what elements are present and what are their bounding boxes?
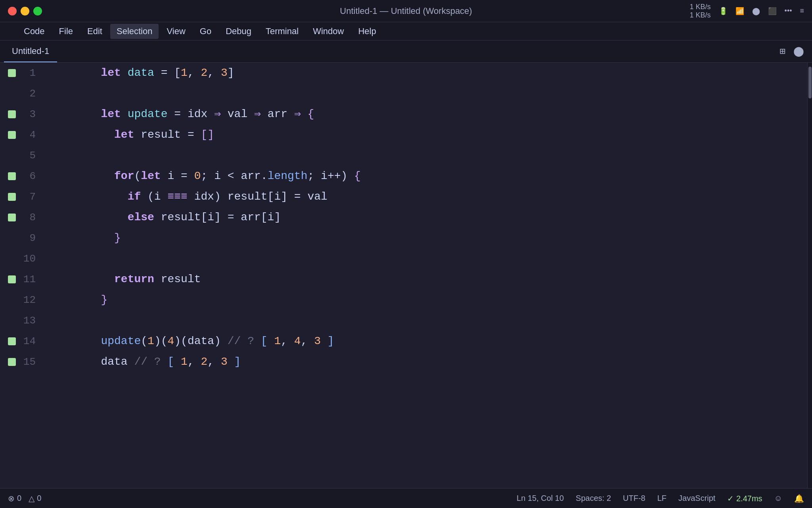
network-speed: 1 KB/s1 KB/s — [690, 3, 711, 19]
scrollbar-thumb[interactable] — [808, 67, 812, 98]
feedback-icon[interactable]: ☺ — [774, 494, 782, 503]
traffic-lights — [8, 7, 42, 15]
titlebar-left — [8, 7, 42, 15]
split-editor-icon[interactable]: ⊞ — [780, 46, 785, 57]
menu-code[interactable]: Code — [17, 24, 51, 39]
eol[interactable]: LF — [657, 494, 666, 503]
maximize-button[interactable] — [33, 7, 42, 15]
error-num: 0 — [17, 494, 21, 503]
window-title: Untitled-1 — Untitled (Workspace) — [340, 6, 472, 16]
menubar: Code File Edit Selection View Go Debug T… — [0, 22, 812, 40]
code-line-11: 11 return result — [4, 269, 807, 290]
error-icon: ⊗ — [8, 494, 15, 503]
timing: ✓ 2.47ms — [727, 494, 762, 503]
notification-icon[interactable]: 🔔 — [794, 494, 804, 503]
code-line-1: 1 let data = [1, 2, 3] — [4, 63, 807, 83]
system-status: 1 KB/s1 KB/s 🔋 📶 ⬤ ⬛ ••• ≡ — [690, 3, 804, 19]
breakpoint-1[interactable] — [4, 69, 20, 77]
encoding[interactable]: UTF-8 — [623, 494, 645, 503]
apple-menu[interactable] — [6, 29, 16, 34]
code-line-12: 12 } — [4, 290, 807, 310]
menu-terminal[interactable]: Terminal — [259, 24, 305, 39]
breakpoint-7[interactable] — [4, 193, 20, 201]
wifi-icon: 📶 — [735, 7, 744, 15]
code-line-8: 8 else result[i] = arr[i] — [4, 207, 807, 228]
breakpoint-8[interactable] — [4, 214, 20, 221]
code-line-4: 4 let result = [] — [4, 125, 807, 145]
language-mode[interactable]: JavaScript — [678, 494, 715, 503]
menu-go[interactable]: Go — [193, 24, 218, 39]
titlebar: Untitled-1 — Untitled (Workspace) 1 KB/s… — [0, 0, 812, 22]
menu-file[interactable]: File — [53, 24, 79, 39]
menu-help[interactable]: Help — [352, 24, 382, 39]
more-icon: ••• — [785, 7, 792, 15]
breakpoint-15[interactable] — [4, 358, 20, 366]
menu-selection[interactable]: Selection — [110, 24, 159, 39]
code-line-9: 9 } — [4, 228, 807, 248]
indentation[interactable]: Spaces: 2 — [576, 494, 611, 503]
editor: 1 let data = [1, 2, 3] 2 3 let update = … — [0, 63, 812, 488]
code-line-15: 15 data // ? [ 1, 2, 3 ] — [4, 352, 807, 372]
battery-icon: 🔋 — [719, 7, 728, 15]
tab-untitled1[interactable]: Untitled-1 — [4, 40, 57, 62]
breakpoint-11[interactable] — [4, 275, 20, 283]
cursor-position[interactable]: Ln 15, Col 10 — [517, 494, 564, 503]
tabbar: Untitled-1 ⊞ ⬤ — [0, 40, 812, 63]
statusbar-right: Ln 15, Col 10 Spaces: 2 UTF-8 LF JavaScr… — [517, 494, 804, 503]
breakpoint-6[interactable] — [4, 172, 20, 180]
code-editor[interactable]: 1 let data = [1, 2, 3] 2 3 let update = … — [0, 63, 807, 488]
menu-window[interactable]: Window — [306, 24, 350, 39]
tab-label: Untitled-1 — [12, 46, 49, 56]
warning-icon: △ — [29, 494, 34, 503]
list-icon: ≡ — [800, 7, 804, 15]
warning-num: 0 — [37, 494, 41, 503]
circle-icon: ⬤ — [793, 46, 804, 57]
menu-edit[interactable]: Edit — [81, 24, 109, 39]
clock: ⬤ — [752, 7, 760, 15]
tab-right-icons: ⊞ ⬤ — [780, 46, 808, 57]
minimize-button[interactable] — [21, 7, 29, 15]
breakpoint-4[interactable] — [4, 131, 20, 139]
breakpoint-3[interactable] — [4, 110, 20, 118]
scrollbar[interactable] — [807, 63, 812, 488]
breakpoint-14[interactable] — [4, 337, 20, 345]
statusbar: ⊗ 0 △ 0 Ln 15, Col 10 Spaces: 2 UTF-8 LF… — [0, 488, 812, 508]
close-button[interactable] — [8, 7, 17, 15]
error-count[interactable]: ⊗ 0 △ 0 — [8, 494, 41, 503]
menu-extra-icon: ⬛ — [768, 7, 777, 15]
menu-view[interactable]: View — [160, 24, 192, 39]
menu-debug[interactable]: Debug — [219, 24, 258, 39]
